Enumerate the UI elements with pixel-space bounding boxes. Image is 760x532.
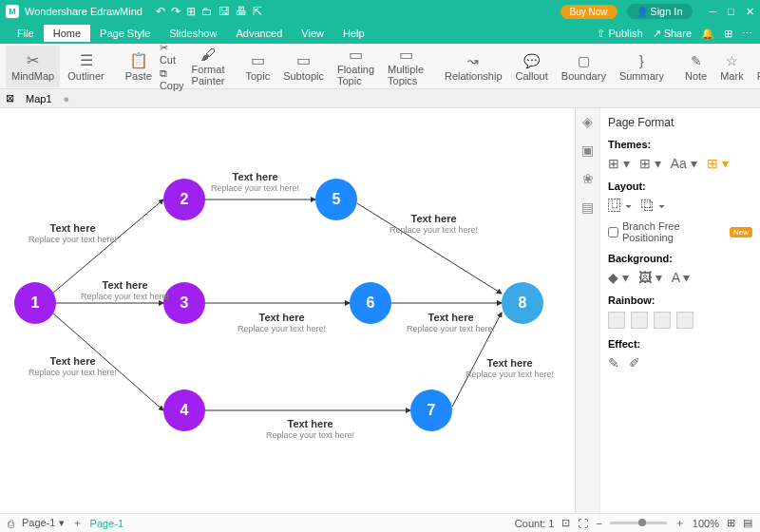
zoom-slider[interactable]: [610, 522, 667, 524]
floating-topic-button[interactable]: ▭Floating Topic: [332, 46, 380, 87]
edge-label[interactable]: Text hereReplace your text here!: [238, 312, 326, 333]
print-icon[interactable]: 🖶: [236, 5, 247, 18]
rainbow-label: Rainbow:: [608, 294, 752, 306]
view1-icon[interactable]: ⊞: [727, 517, 735, 529]
menu-view[interactable]: View: [292, 25, 333, 42]
app-logo: M: [6, 5, 19, 18]
sidetab-page-icon[interactable]: ▣: [581, 142, 594, 158]
ribbon: ✂MindMap ☰Outliner 📋Paste ✂ Cut ⧉ Copy 🖌…: [0, 44, 760, 89]
summary-button[interactable]: }Summary: [614, 46, 670, 87]
edge-label[interactable]: Text hereReplace your text here!: [466, 357, 554, 379]
fullscreen-icon[interactable]: ⛶: [578, 518, 588, 529]
new-icon[interactable]: ⊞: [186, 5, 196, 18]
zoom-value[interactable]: 100%: [693, 518, 719, 529]
menu-file[interactable]: File: [8, 25, 44, 42]
format-painter-button[interactable]: 🖌Format Painter: [186, 46, 231, 87]
node-5[interactable]: 5: [315, 179, 357, 220]
boundary-button[interactable]: ▢Boundary: [556, 46, 612, 87]
font-opt-icon[interactable]: Aa ▾: [671, 156, 697, 171]
node-2[interactable]: 2: [163, 179, 205, 220]
rainbow-sw1[interactable]: [608, 312, 625, 329]
sign-in-button[interactable]: 👤 Sign In: [627, 4, 693, 19]
node-6[interactable]: 6: [350, 282, 391, 324]
color-opt-icon[interactable]: ⊞ ▾: [707, 156, 729, 171]
copy-button[interactable]: ⧉ Copy: [160, 67, 184, 91]
node-1[interactable]: 1: [14, 282, 56, 324]
bg-image-icon[interactable]: 🖼 ▾: [638, 270, 662, 285]
paste-button[interactable]: 📋Paste: [120, 46, 158, 87]
active-page[interactable]: Page-1: [90, 518, 124, 529]
zoom-in-icon[interactable]: ＋: [674, 516, 685, 530]
rainbow-sw2[interactable]: [631, 312, 648, 329]
sidetab-layers-icon[interactable]: ▤: [581, 200, 594, 215]
mark-button[interactable]: ☆Mark: [714, 46, 749, 87]
edge-label[interactable]: Text hereReplace your text here!: [266, 418, 354, 440]
share-link[interactable]: ↗ Share: [653, 28, 692, 40]
topic-button[interactable]: ▭Topic: [239, 46, 276, 87]
node-7[interactable]: 7: [410, 390, 452, 431]
buy-now-button[interactable]: Buy Now: [560, 5, 618, 19]
theme-opt2-icon[interactable]: ⊞ ▾: [639, 156, 661, 171]
node-8[interactable]: 8: [502, 282, 543, 324]
branch-free-checkbox[interactable]: Branch Free PositioningNew: [608, 220, 752, 243]
menu-advanced[interactable]: Advanced: [226, 25, 292, 42]
rainbow-sw4[interactable]: [676, 312, 694, 329]
effect-opt1-icon[interactable]: ✎: [608, 355, 619, 370]
tab-dot-icon[interactable]: ●: [64, 93, 70, 104]
close-icon[interactable]: ✕: [746, 6, 754, 18]
grid-icon[interactable]: ⊞: [724, 28, 732, 40]
save-icon[interactable]: 🖫: [218, 5, 230, 18]
edge-label[interactable]: Text hereReplace your text here!: [407, 312, 495, 333]
bell-icon[interactable]: 🔔: [701, 28, 714, 40]
menu-help[interactable]: Help: [333, 25, 374, 42]
layout-opt1-icon[interactable]: ⿶ ▾: [608, 198, 632, 213]
bg-fill-icon[interactable]: ◆ ▾: [608, 270, 629, 285]
rainbow-sw3[interactable]: [654, 312, 671, 329]
publish-link[interactable]: ⇧ Publish: [597, 28, 642, 40]
edge-label[interactable]: Text hereReplace your text here!: [81, 279, 169, 301]
canvas[interactable]: 1 2 3 4 5 6 7 8 Text hereReplace your te…: [0, 108, 575, 513]
node-3[interactable]: 3: [163, 282, 205, 324]
picture-button[interactable]: 🖼Picture: [751, 46, 760, 87]
effect-label: Effect:: [608, 338, 752, 350]
zoom-out-icon[interactable]: −: [596, 518, 601, 529]
note-button[interactable]: ✎Note: [679, 46, 712, 87]
menubar: File Home Page Style Slideshow Advanced …: [0, 23, 760, 44]
mindmap-button[interactable]: ✂MindMap: [6, 46, 60, 87]
sidetab-diamond-icon[interactable]: ◈: [582, 114, 593, 129]
help-icon[interactable]: ⋯: [742, 28, 752, 40]
maximize-icon[interactable]: □: [728, 6, 734, 18]
page-selector[interactable]: Page-1 ▾: [22, 517, 65, 529]
bg-watermark-icon[interactable]: A ▾: [672, 270, 690, 285]
undo-icon[interactable]: ↶: [156, 5, 165, 18]
menu-home[interactable]: Home: [44, 25, 90, 42]
relationship-button[interactable]: ↝Relationship: [439, 46, 508, 87]
minimize-icon[interactable]: ─: [710, 6, 717, 18]
export-icon[interactable]: ⇱: [253, 5, 262, 18]
subtopic-button[interactable]: ▭Subtopic: [277, 46, 330, 87]
add-page-icon[interactable]: ＋: [72, 516, 83, 530]
count-label: Count: 1: [515, 518, 555, 529]
multiple-topics-button[interactable]: ▭Multiple Topics: [382, 46, 429, 87]
node-4[interactable]: 4: [163, 390, 205, 431]
edge-label[interactable]: Text hereReplace your text here!: [211, 171, 299, 193]
redo-icon[interactable]: ↷: [171, 5, 180, 18]
fit-icon[interactable]: ⊡: [561, 517, 570, 529]
sidetab-palette-icon[interactable]: ❀: [582, 171, 594, 186]
open-icon[interactable]: 🗀: [201, 5, 213, 18]
cut-button[interactable]: ✂ Cut: [160, 42, 184, 66]
tab-close-icon[interactable]: ⊠: [6, 92, 14, 104]
edge-label[interactable]: Text hereReplace your text here!: [28, 222, 117, 244]
view2-icon[interactable]: ▤: [743, 517, 752, 529]
edge-label[interactable]: Text hereReplace your text here!: [28, 355, 117, 377]
menu-slideshow[interactable]: Slideshow: [160, 25, 226, 42]
theme-opt1-icon[interactable]: ⊞ ▾: [608, 156, 630, 171]
menu-pagestyle[interactable]: Page Style: [90, 25, 160, 42]
tab-map1[interactable]: Map1: [20, 92, 58, 105]
callout-button[interactable]: 💬Callout: [510, 46, 554, 87]
pages-icon[interactable]: ⎙: [8, 518, 14, 529]
edge-label[interactable]: Text hereReplace your text here!: [390, 213, 478, 235]
layout-opt2-icon[interactable]: ⿻ ▾: [641, 198, 665, 213]
outliner-button[interactable]: ☰Outliner: [62, 46, 110, 87]
effect-opt2-icon[interactable]: ✐: [629, 355, 640, 370]
